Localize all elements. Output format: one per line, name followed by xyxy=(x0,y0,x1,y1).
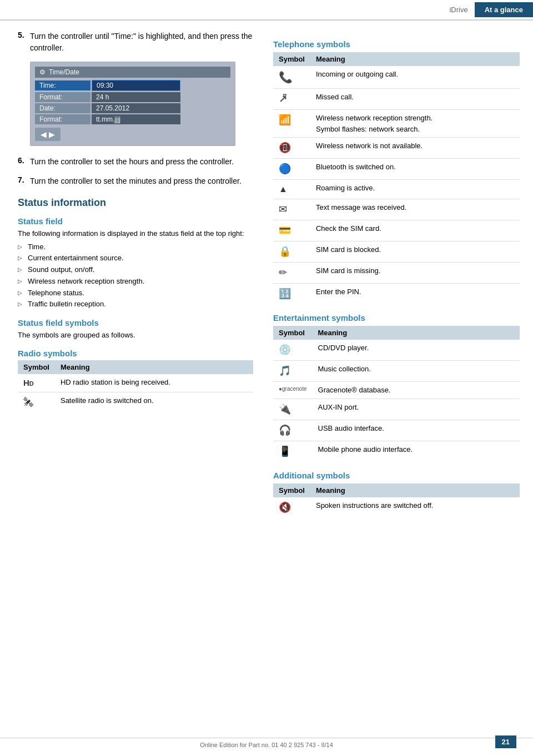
radio-symbols-table: Symbol Meaning HD HD radio station is be… xyxy=(18,360,253,414)
table-row: 💿 CD/DVD player. xyxy=(273,340,520,361)
page-header: iDrive At a glance xyxy=(0,0,533,21)
screenshot-row-date: Date: 27.05.2012 xyxy=(35,103,230,113)
nav-arrow-icon: ◀ ▶ xyxy=(35,128,61,141)
table-row: 📵 Wireless network is not available. xyxy=(273,138,520,159)
status-field-symbols-heading: Status field symbols xyxy=(18,318,253,327)
telephone-symbols-heading: Telephone symbols xyxy=(273,39,520,49)
time-date-screenshot: ⚙ Time/Date Time: 09:30 Format: 24 h Dat… xyxy=(30,62,235,146)
tel-sym-missed: ↗̈ xyxy=(273,89,310,110)
step-6: 6. Turn the controller to set the hours … xyxy=(18,156,253,168)
ent-meaning-aux: AUX-IN port. xyxy=(313,399,520,420)
ent-sym-usb: 🎧 xyxy=(273,420,313,441)
table-row: 🔌 AUX-IN port. xyxy=(273,399,520,420)
screenshot-row-format1: Format: 24 h xyxy=(35,92,230,102)
table-row: ✉ Text message was received. xyxy=(273,199,520,220)
radio-col-symbol: Symbol xyxy=(18,360,55,374)
main-content: 5. Turn the controller until "Time:" is … xyxy=(0,21,533,527)
tel-meaning-simmissing: SIM card is missing. xyxy=(310,263,520,284)
bullet-sound: Sound output, on/off. xyxy=(18,264,253,276)
tel-meaning-simcheck: Check the SIM card. xyxy=(310,220,520,241)
tel-sym-signal: 📶 xyxy=(273,110,310,138)
bullet-time: Time. xyxy=(18,241,253,253)
entertainment-symbols-table: Symbol Meaning 💿 CD/DVD player. 🎵 Music … xyxy=(273,326,520,462)
status-field-symbols-body: The symbols are grouped as follows. xyxy=(18,330,253,341)
add-col-meaning: Meaning xyxy=(310,483,520,497)
tel-sym-call: 📞 xyxy=(273,66,310,89)
step-7: 7. Turn the controller to set the minute… xyxy=(18,175,253,187)
step-6-text: Turn the controller to set the hours and… xyxy=(30,156,234,168)
tel-col-symbol: Symbol xyxy=(273,52,310,66)
tel-sym-pin: 🔢 xyxy=(273,284,310,305)
table-row: 🔢 Enter the PIN. xyxy=(273,284,520,305)
tel-sym-simblocked: 🔒 xyxy=(273,241,310,263)
table-row: 🔇 Spoken instructions are switched off. xyxy=(273,497,520,518)
telephone-symbols-table: Symbol Meaning 📞 Incoming or outgoing ca… xyxy=(273,52,520,304)
screenshot-titlebar: ⚙ Time/Date xyxy=(35,67,230,78)
step-6-num: 6. xyxy=(18,156,30,168)
table-row: ↗̈ Missed call. xyxy=(273,89,520,110)
ent-sym-music: 🎵 xyxy=(273,361,313,382)
table-row: 🎵 Music collection. xyxy=(273,361,520,382)
ent-sym-dvd: 💿 xyxy=(273,340,313,361)
table-row: 🔒 SIM card is blocked. xyxy=(273,241,520,263)
ent-meaning-gracenote: Gracenote® database. xyxy=(313,382,520,399)
screenshot-value-date: 27.05.2012 xyxy=(92,103,180,113)
radio-sym-hd: HD xyxy=(18,374,55,392)
bullet-wireless: Wireless network reception strength. xyxy=(18,276,253,288)
bullet-entertainment: Current entertainment source. xyxy=(18,253,253,264)
step-5-text: Turn the controller until "Time:" is hig… xyxy=(30,31,253,54)
table-row: 📞 Incoming or outgoing call. xyxy=(273,66,520,89)
step-5: 5. Turn the controller until "Time:" is … xyxy=(18,31,253,54)
screenshot-label-date: Date: xyxy=(35,103,90,113)
ent-col-meaning: Meaning xyxy=(313,326,520,340)
screenshot-title: Time/Date xyxy=(49,68,79,76)
radio-meaning-hd: HD radio station is being received. xyxy=(55,374,253,392)
additional-symbols-heading: Additional symbols xyxy=(273,471,520,480)
add-col-symbol: Symbol xyxy=(273,483,310,497)
ent-meaning-mobile: Mobile phone audio interface. xyxy=(313,441,520,462)
left-column: 5. Turn the controller until "Time:" is … xyxy=(0,31,266,527)
tel-meaning-message: Text message was received. xyxy=(310,199,520,220)
tel-meaning-call: Incoming or outgoing call. xyxy=(310,66,520,89)
header-ataglance-label: At a glance xyxy=(475,2,533,17)
tel-sym-bluetooth: 🔵 xyxy=(273,159,310,180)
status-field-heading: Status field xyxy=(18,216,253,226)
tel-meaning-missed: Missed call. xyxy=(310,89,520,110)
ent-sym-aux: 🔌 xyxy=(273,399,313,420)
step-7-num: 7. xyxy=(18,175,30,187)
table-row: ●gracenote Gracenote® database. xyxy=(273,382,520,399)
status-information-heading: Status information xyxy=(18,197,253,209)
ent-sym-gracenote: ●gracenote xyxy=(273,382,313,399)
page-number: 21 xyxy=(495,735,516,748)
tel-sym-nosignal: 📵 xyxy=(273,138,310,159)
table-row: HD HD radio station is being received. xyxy=(18,374,253,392)
tel-meaning-signal: Wireless network reception strength.Symb… xyxy=(310,110,520,138)
header-idrive-label: iDrive xyxy=(443,3,474,16)
ent-sym-mobile: 📱 xyxy=(273,441,313,462)
bullet-telephone: Telephone status. xyxy=(18,288,253,299)
radio-sym-satellite: 🛰 xyxy=(18,392,55,414)
tel-sym-roaming: ▲ xyxy=(273,180,310,199)
ent-meaning-usb: USB audio interface. xyxy=(313,420,520,441)
screenshot-label-format1: Format: xyxy=(35,92,90,102)
status-field-body: The following information is displayed i… xyxy=(18,228,253,239)
table-row: 🛰 Satellite radio is switched on. xyxy=(18,392,253,414)
screenshot-value-format2: tt.mm.jjjj xyxy=(92,114,180,124)
table-row: ✏ SIM card is missing. xyxy=(273,263,520,284)
screenshot-label-format2: Format: xyxy=(35,114,90,124)
tel-sym-simcheck: 💳 xyxy=(273,220,310,241)
entertainment-symbols-heading: Entertainment symbols xyxy=(273,313,520,322)
screenshot-value-time: 09:30 xyxy=(92,80,180,91)
radio-meaning-satellite: Satellite radio is switched on. xyxy=(55,392,253,414)
table-row: 💳 Check the SIM card. xyxy=(273,220,520,241)
step-5-num: 5. xyxy=(18,31,30,54)
tel-sym-simmissing: ✏ xyxy=(273,263,310,284)
clock-icon: ⚙ xyxy=(39,68,46,76)
screenshot-nav: ◀ ▶ xyxy=(35,128,230,141)
tel-meaning-nosignal: Wireless network is not available. xyxy=(310,138,520,159)
right-column: Telephone symbols Symbol Meaning 📞 Incom… xyxy=(266,31,533,527)
ent-col-symbol: Symbol xyxy=(273,326,313,340)
page-footer: Online Edition for Part no. 01 40 2 925 … xyxy=(0,738,533,748)
table-row: 🎧 USB audio interface. xyxy=(273,420,520,441)
additional-symbols-table: Symbol Meaning 🔇 Spoken instructions are… xyxy=(273,483,520,518)
